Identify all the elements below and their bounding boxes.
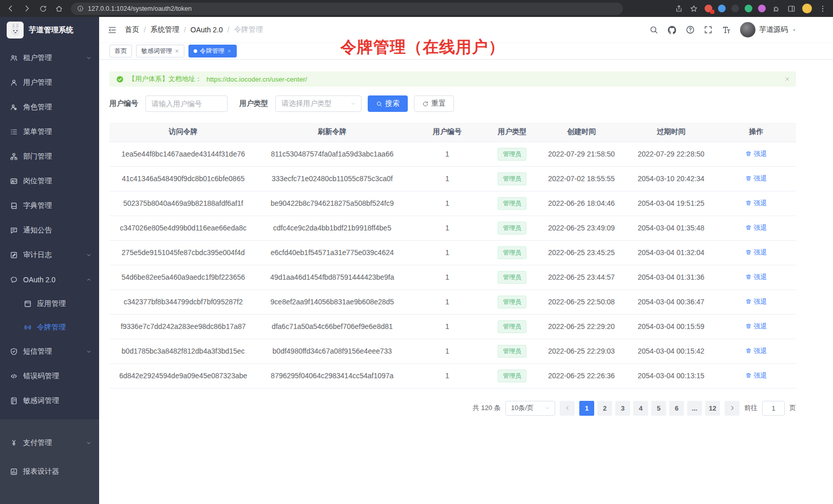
sidebar-item[interactable]: 菜单管理 <box>0 120 99 144</box>
extensions-puzzle-icon[interactable] <box>772 5 781 13</box>
font-size-icon[interactable] <box>722 25 731 35</box>
github-icon[interactable] <box>667 25 677 35</box>
sidebar-item[interactable]: 审计日志 <box>0 243 99 267</box>
force-logout-button[interactable]: 强退 <box>745 174 767 183</box>
browser-profile-avatar[interactable] <box>802 4 812 13</box>
alert-close-icon[interactable] <box>784 76 790 82</box>
sidebar-item[interactable]: 令牌管理 <box>0 316 99 339</box>
address-bar[interactable]: 127.0.0.1:1024/system/oauth2/token <box>71 3 623 15</box>
user-id-input[interactable] <box>145 95 228 112</box>
sidebar-item[interactable]: 应用管理 <box>0 292 99 316</box>
cell-text: cdfc4ce9c2da4bb1bdf21b9918ff4be5 <box>273 224 391 232</box>
user-id-cell: 1 <box>407 216 487 240</box>
sidebar-item[interactable]: 支付管理 <box>0 429 99 457</box>
sidebar-item[interactable]: 租户管理 <box>0 46 99 70</box>
user-type-select[interactable]: 请选择用户类型 <box>275 95 362 112</box>
fullscreen-icon[interactable] <box>704 25 713 34</box>
extension-icon[interactable] <box>758 5 766 12</box>
cell-text: 2022-07-29 22:28:50 <box>638 150 705 158</box>
sidebar-item[interactable]: 通知公告 <box>0 218 99 243</box>
trash-icon <box>745 150 752 157</box>
sidebar-item[interactable]: 用户管理 <box>0 70 99 95</box>
breadcrumb-item[interactable]: 系统管理 <box>150 25 179 34</box>
created-time-cell: 2022-06-25 22:29:03 <box>537 339 626 363</box>
sidebar-item[interactable]: 字典管理 <box>0 193 99 218</box>
extension-icon[interactable] <box>731 5 739 12</box>
sidebar-item[interactable]: 敏感词管理 <box>0 389 99 413</box>
sidebar-item[interactable]: OAuth 2.0 <box>0 267 99 292</box>
expire-time-cell: 2054-03-04 01:35:48 <box>626 216 716 240</box>
sidebar-item[interactable]: 岗位管理 <box>0 169 99 193</box>
help-icon[interactable] <box>686 25 695 34</box>
browser-menu-icon[interactable] <box>819 5 827 13</box>
page-button[interactable]: 12 <box>705 401 720 416</box>
share-icon[interactable] <box>675 5 683 13</box>
force-logout-label: 强退 <box>753 248 767 257</box>
alert-link[interactable]: https://doc.iocoder.cn/user-center/ <box>206 75 307 83</box>
sidebar-item[interactable]: 错误码管理 <box>0 364 99 389</box>
breadcrumb-item[interactable]: OAuth 2.0 <box>191 26 223 34</box>
page-button[interactable]: 1 <box>579 401 594 416</box>
sidebar-item[interactable]: 角色管理 <box>0 95 99 120</box>
sidebar-item[interactable]: 报表设计器 <box>0 457 99 486</box>
table-row: c347026e805e4d99b0d116eae66eda8ccdfc4ce9… <box>109 216 796 240</box>
prev-page-button[interactable] <box>560 401 575 416</box>
bookmark-star-icon[interactable] <box>690 5 698 13</box>
page-button[interactable]: 3 <box>615 401 630 416</box>
refresh-token-cell: 333ecfc71e02480cb11055c875c3ca0f <box>257 166 407 191</box>
page-button[interactable]: 5 <box>651 401 666 416</box>
browser-back-icon[interactable] <box>6 4 15 13</box>
force-logout-button[interactable]: 强退 <box>745 346 767 356</box>
tab-item[interactable]: 首页 <box>109 45 132 57</box>
next-page-button[interactable] <box>725 401 740 416</box>
expire-time-cell: 2054-03-04 00:36:47 <box>626 289 716 314</box>
page-button[interactable]: 2 <box>597 401 612 416</box>
tab-close-icon[interactable] <box>175 49 179 53</box>
force-logout-button[interactable]: 强退 <box>745 273 767 282</box>
table-row: 275e5de9151045fe87cbdc395e004f4de6cfd40e… <box>109 240 796 265</box>
cell-text: 1 <box>445 150 449 158</box>
site-info-icon[interactable] <box>77 5 84 12</box>
sidebar-item-label: 审计日志 <box>23 250 81 260</box>
force-logout-button[interactable]: 强退 <box>745 149 767 159</box>
tab-item[interactable]: 令牌管理 <box>188 45 237 57</box>
table-row: 6d842e2924594de9a09e45e087323abe8796295f… <box>109 363 796 388</box>
user-menu[interactable]: 芋道源码 <box>740 22 797 37</box>
force-logout-button[interactable]: 强退 <box>745 322 767 331</box>
tab-label: 敏感词管理 <box>141 47 172 55</box>
alert-text: 【用户体系】文档地址： <box>128 74 202 84</box>
action-cell: 强退 <box>716 191 796 216</box>
tab-close-icon[interactable] <box>227 49 232 53</box>
extension-icon[interactable] <box>705 5 712 12</box>
sidebar-item[interactable]: 短信管理 <box>0 339 99 364</box>
browser-reload-icon[interactable] <box>39 5 47 13</box>
force-logout-button[interactable]: 强退 <box>745 297 767 306</box>
goto-page-input[interactable] <box>762 401 785 416</box>
page-button[interactable]: 6 <box>669 401 684 416</box>
cell-text: 2022-06-25 23:45:25 <box>548 248 615 257</box>
app-logo[interactable]: 芋道管理系统 <box>0 17 99 43</box>
side-panel-icon[interactable] <box>787 5 796 13</box>
browser-home-icon[interactable] <box>55 5 63 13</box>
tab-item[interactable]: 敏感词管理 <box>136 45 184 57</box>
sidebar-item[interactable]: 部门管理 <box>0 144 99 169</box>
force-logout-button[interactable]: 强退 <box>745 371 767 380</box>
page-button[interactable]: 4 <box>633 401 648 416</box>
sidebar-item-label: 支付管理 <box>23 438 81 448</box>
reset-button[interactable]: 重置 <box>414 95 454 112</box>
search-button[interactable]: 搜索 <box>368 95 408 112</box>
force-logout-button[interactable]: 强退 <box>745 223 767 232</box>
force-logout-button[interactable]: 强退 <box>745 248 767 257</box>
collapse-menu-icon[interactable] <box>107 25 117 35</box>
force-logout-button[interactable]: 强退 <box>745 199 767 208</box>
chevron-down-icon <box>86 348 92 355</box>
page-ellipsis[interactable]: ... <box>687 401 702 416</box>
search-icon[interactable] <box>649 25 658 34</box>
extension-icon[interactable] <box>745 5 752 12</box>
force-logout-label: 强退 <box>753 223 767 232</box>
browser-forward-icon[interactable] <box>23 4 31 13</box>
page-size-select[interactable]: 10条/页 <box>505 401 555 416</box>
table-row: b0d1785bc3a8482f812db4a3f3bd15ecb0df4980… <box>109 339 796 363</box>
breadcrumb-item[interactable]: 首页 <box>125 25 139 34</box>
extension-icon[interactable] <box>718 5 726 12</box>
